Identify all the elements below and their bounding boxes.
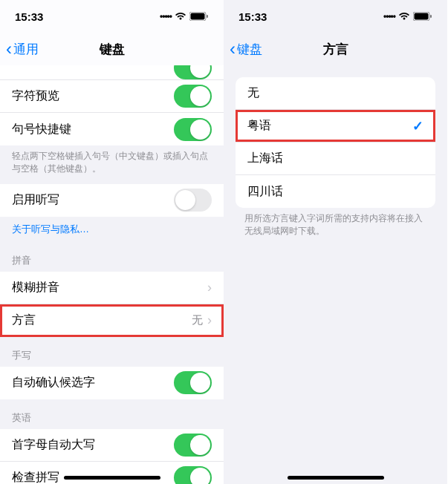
toggle-switch[interactable]	[174, 65, 212, 79]
wifi-icon	[175, 10, 186, 23]
svg-rect-1	[191, 13, 205, 19]
section-header-english: 英语	[0, 399, 224, 429]
status-icons: •••••	[383, 10, 432, 23]
chevron-right-icon: ›	[207, 280, 212, 295]
nav-bar: ‹ 键盘 方言	[224, 33, 447, 65]
checkmark-icon: ✓	[412, 118, 423, 134]
row-fuzzy-pinyin[interactable]: 模糊拼音 ›	[0, 272, 224, 304]
svg-rect-2	[207, 15, 208, 18]
chevron-right-icon: ›	[207, 313, 212, 328]
back-button[interactable]: ‹ 通用	[6, 39, 39, 59]
row-dialect[interactable]: 方言 无 ›	[0, 304, 224, 337]
option-shanghainese[interactable]: 上海话	[236, 143, 435, 175]
row-period-shortcut[interactable]: 句号快捷键	[0, 113, 224, 145]
option-none[interactable]: 无	[236, 77, 435, 110]
cellular-icon: •••••	[160, 11, 172, 22]
option-cantonese[interactable]: 粤语 ✓	[236, 110, 435, 143]
page-title: 方言	[323, 41, 348, 58]
cellular-icon: •••••	[383, 11, 395, 22]
row-char-preview[interactable]: 字符预览	[0, 80, 224, 113]
page-title: 键盘	[100, 41, 125, 58]
status-time: 15:33	[238, 10, 267, 23]
toggle-switch[interactable]	[174, 371, 212, 394]
section-header-handwriting: 手写	[0, 337, 224, 367]
toggle-switch[interactable]	[174, 85, 212, 108]
chevron-left-icon: ‹	[6, 39, 12, 59]
option-sichuanese[interactable]: 四川话	[236, 175, 435, 208]
status-time: 15:33	[15, 10, 43, 23]
row-enable-dictation[interactable]: 启用听写	[0, 184, 224, 217]
back-label: 通用	[13, 41, 39, 58]
nav-bar: ‹ 通用 键盘	[0, 33, 224, 65]
toggle-switch[interactable]	[174, 118, 212, 141]
toggle-switch[interactable]	[174, 189, 212, 212]
row-spell-check[interactable]: 检查拼写	[0, 462, 224, 484]
row-value: 无	[192, 313, 203, 327]
battery-icon	[413, 10, 432, 23]
footer-note: 用所选方言键入字词所需的支持内容将在接入无线局域网时下载。	[224, 208, 447, 246]
back-label: 键盘	[237, 41, 262, 58]
row-auto-cap[interactable]: 首字母自动大写	[0, 429, 224, 462]
chevron-left-icon: ‹	[230, 39, 236, 59]
home-indicator[interactable]	[64, 476, 160, 480]
svg-rect-5	[430, 15, 432, 18]
svg-rect-4	[415, 13, 429, 19]
wifi-icon	[398, 10, 410, 23]
dictation-privacy-link[interactable]: 关于听写与隐私…	[0, 217, 224, 242]
status-icons: •••••	[160, 10, 209, 23]
status-bar: 15:33 •••••	[0, 0, 224, 33]
section-header-pinyin: 拼音	[0, 242, 224, 272]
toggle-switch[interactable]	[174, 466, 212, 484]
home-indicator[interactable]	[288, 476, 384, 480]
row-auto-confirm[interactable]: 自动确认候选字	[0, 367, 224, 399]
status-bar: 15:33 •••••	[224, 0, 447, 33]
toggle-switch[interactable]	[174, 434, 212, 457]
footer-note: 轻点两下空格键插入句号（中文键盘）或插入句点与空格（其他键盘）。	[0, 145, 224, 184]
row-partial[interactable]	[0, 65, 224, 80]
back-button[interactable]: ‹ 键盘	[230, 39, 262, 59]
battery-icon	[189, 10, 209, 23]
